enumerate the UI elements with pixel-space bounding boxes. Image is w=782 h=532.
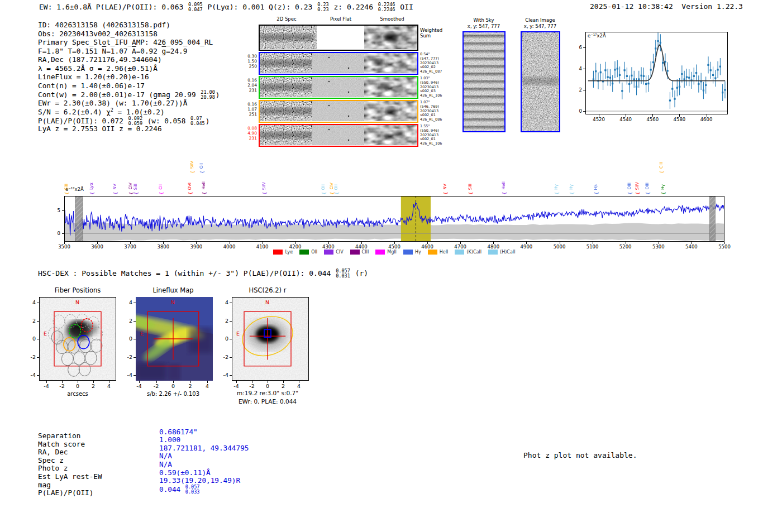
legend-label: (H)CaII [500,250,515,255]
fit-plot-xtickmark [599,114,599,117]
line-label-text: Hγ [661,184,665,190]
line-label-text: Hγ [569,184,574,190]
fiber-ytick: -4 [25,372,36,378]
cutout-right-labels: 0.54"(547, 777)20230413v002_02426_RL_087 [420,52,459,74]
cutout-left-value: 0.30 [240,54,257,59]
spectrum-xtickmark [659,242,659,244]
spectrum-xtick: 3800 [153,244,173,250]
cutout-right-labels: 1.55"(550, 946)20230413v002_01426_RL_106 [420,124,459,146]
legend-item: CIII [350,250,369,255]
line-label-HeII: HeII [201,164,208,190]
spectrum-xtickmark [493,242,494,244]
fiber-cutout-row-4-images [260,125,417,145]
cutout-left-labels: 0.161.07251 [240,102,257,117]
line-label-text: CIV [128,183,133,190]
info-line: Obs: 20230413v002_4026313158 [38,30,158,38]
cutout-right-labels: 1.03"(550, 946)20230413v002_03426_RL_106 [420,76,459,98]
legend-swatch [375,250,385,255]
lineflux-canvas [136,297,213,381]
cutout-left-value: 251 [240,112,257,117]
legend-label: CIII [362,250,369,255]
match-row-value: 0.686174" [159,428,198,436]
legend-item: MgII [375,250,397,255]
fiber-xtick: 4 [102,383,116,389]
spectrum-xtickmark [130,242,131,244]
line-label-text: OII [321,184,326,190]
spectrum-ytick: 0 [54,231,60,236]
lineflux-ytick: 0 [121,336,132,342]
weighted-sum-row [259,25,418,51]
lineflux-compass-e: E [140,330,144,337]
spectrum-xtickmark [97,242,98,244]
spectrum-xtickmark [560,242,560,244]
spectrum-xtickmark [593,242,593,244]
fiber-cutout-row-2 [259,76,418,99]
fiber-xtickmark [109,381,109,383]
hsc-sublabel-1: m:19.2 re:3.0" s:0.7" [217,390,318,396]
legend-swatch [324,250,333,255]
cutout-right-value: 426_RL_106 [420,142,459,146]
line-label-brace: { [569,190,574,196]
hsc-canvas [232,297,309,381]
spectrum-xtick: 5000 [550,244,570,250]
line-label-NV: NV [112,164,120,190]
spectrum-xtickmark [427,242,428,244]
fiber-xtickmark [62,381,63,383]
info-line: LineFlux = 1.20(±0.20)e-16 [38,73,149,81]
fit-plot-xtick: 4600 [698,117,716,122]
fit-plot-ytick: 2 [574,87,582,93]
match-row-value: 1.000 [159,435,180,444]
cutout-left-value: 231 [240,136,257,141]
match-row-value: 187.721181, 49.344795 [159,444,249,452]
fiber-xtickmark [93,381,94,383]
hsc-xtick: 0 [261,383,274,389]
info-line: Cont(n) = 1.40(±0.06)e-17 [38,82,145,90]
fit-plot-xtickmark [679,114,680,117]
line-label-brace: { [468,190,473,196]
line-label-brace: { [635,190,640,196]
cutout-left-labels: 0.301.50250 [240,54,257,69]
hsc-ytick: 2 [217,318,228,324]
spectrum-xtick: 5400 [681,244,702,250]
line-label-text: NV [443,184,447,190]
lineflux-xtick: 2 [184,383,197,389]
line-label-SiIV: SiIV [189,143,197,169]
spectrum-xtickmark [526,242,527,244]
weighted-sum-label-line: Sum [420,33,442,39]
info-line: RA,Dec (187.721176,49.344604) [38,55,162,64]
legend-swatch [299,250,309,255]
hsc-xtickmark [252,381,252,383]
match-row-label: Match score [38,440,85,448]
legend-label: MgII [387,250,397,255]
line-label-text: HeII [202,181,206,190]
hsc-compass-n: N [265,299,269,305]
fit-plot-canvas [585,32,728,114]
line-label-OII: OII [320,164,328,190]
line-label-text: OIII [645,183,650,190]
spectrum-xtickmark [263,242,263,244]
line-label-HeII: HeII [500,164,508,190]
line-label-text: SiII [468,184,473,190]
spectrum-xtick: 4100 [252,244,273,250]
info-line: EWr = 2.30(±0.38) (w: 1.70(±0.27))Å [38,99,187,107]
lineflux-xtick: 4 [201,383,214,389]
spectrum-xtick: 4900 [516,244,536,250]
hsc-xtick: 2 [276,383,290,389]
fit-plot-xtick: 4540 [617,117,635,122]
cutout-col-title: 2D Spec [264,16,309,22]
spectrum-xtick: 3500 [54,244,74,250]
line-label-brace: { [322,190,327,196]
cutout-left-value: 250 [240,64,257,69]
info-line: LyA z = 2.7553 OII z = 0.2246 [38,124,162,133]
stacked-uncertainty: 0.0570.031 [336,269,350,279]
legend-label: (K)CaII [466,250,481,255]
line-label-SiII: SiII [63,164,71,190]
legend-label: HeII [440,250,449,255]
summary-header: EW: 1.6±0.8Å P(LAE)/P(OII): 0.063 0.0950… [39,2,413,13]
fiber-xlabel: arcsecs [55,391,100,397]
spectrum-xtick: 4600 [417,244,437,250]
spectrum-legend: LyαOIICIVCIIIMgIIHγHeII(K)CaII(H)CaII [64,250,724,255]
line-label-text: OVI [188,183,192,190]
lineflux-ytick: -2 [121,354,132,360]
match-row-value: N/A [159,460,172,468]
